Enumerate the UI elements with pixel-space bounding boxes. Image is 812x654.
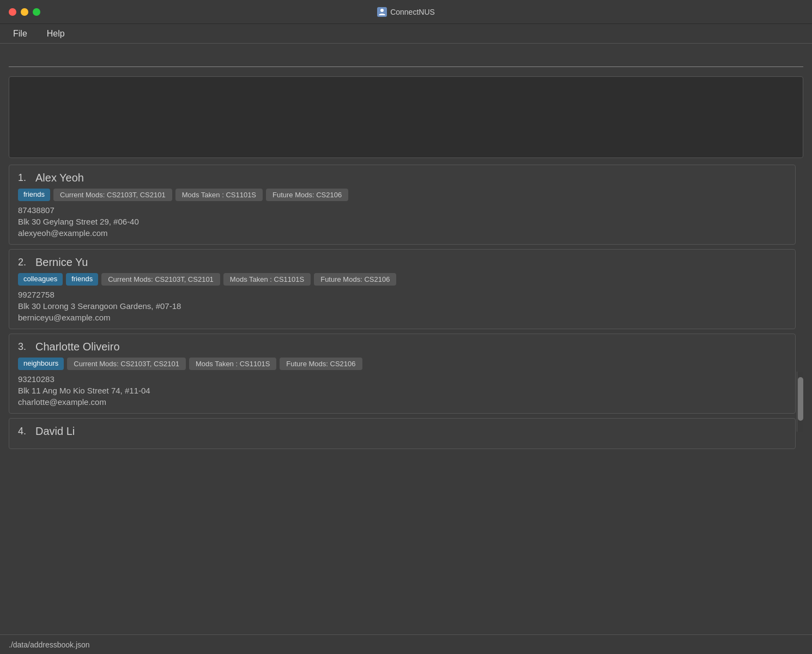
status-bar: ./data/addressbook.json bbox=[0, 634, 812, 654]
title-bar-title: ConnectNUS bbox=[377, 7, 435, 17]
tag-friends-1: friends bbox=[18, 189, 50, 201]
status-text: ./data/addressbook.json bbox=[9, 640, 90, 649]
contact-header-1: 1. Alex Yeoh bbox=[18, 172, 786, 184]
title-bar: ConnectNUS bbox=[0, 0, 812, 24]
contact-number-4: 4. bbox=[18, 426, 31, 437]
contact-address-3: Blk 11 Ang Mo Kio Street 74, #11-04 bbox=[18, 386, 786, 395]
contact-name-1: Alex Yeoh bbox=[35, 172, 84, 184]
contact-phone-2: 99272758 bbox=[18, 290, 786, 299]
minimize-button[interactable] bbox=[21, 8, 28, 16]
contact-name-3: Charlotte Oliveiro bbox=[35, 341, 120, 353]
menu-file[interactable]: File bbox=[9, 27, 32, 41]
contact-address-2: Blk 30 Lorong 3 Serangoon Gardens, #07-1… bbox=[18, 301, 786, 311]
module-current-1: Current Mods: CS2103T, CS2101 bbox=[53, 189, 172, 201]
app-icon bbox=[377, 7, 387, 17]
contact-header-4: 4. David Li bbox=[18, 425, 786, 438]
contact-number-3: 3. bbox=[18, 341, 31, 353]
module-current-2: Current Mods: CS2103T, CS2101 bbox=[101, 273, 220, 286]
module-taken-1: Mods Taken : CS1101S bbox=[175, 189, 263, 201]
contact-card-3: 3. Charlotte Oliveiro neighbours Current… bbox=[9, 334, 796, 414]
contact-header-2: 2. Bernice Yu bbox=[18, 256, 786, 269]
contact-name-4: David Li bbox=[35, 425, 75, 438]
tag-colleagues-2: colleagues bbox=[18, 273, 63, 286]
window-controls bbox=[9, 8, 40, 16]
tag-neighbours-3: neighbours bbox=[18, 358, 64, 370]
contact-email-2: berniceyu@example.com bbox=[18, 313, 786, 322]
contact-email-3: charlotte@example.com bbox=[18, 397, 786, 407]
app-title: ConnectNUS bbox=[390, 8, 435, 16]
scrollbar-track[interactable] bbox=[797, 372, 803, 432]
contact-email-1: alexyeoh@example.com bbox=[18, 228, 786, 238]
command-area bbox=[0, 44, 812, 76]
module-current-3: Current Mods: CS2103T, CS2101 bbox=[67, 358, 186, 370]
menu-help[interactable]: Help bbox=[43, 27, 69, 41]
contact-header-3: 3. Charlotte Oliveiro bbox=[18, 341, 786, 353]
contacts-scroll[interactable]: 1. Alex Yeoh friends Current Mods: CS210… bbox=[9, 165, 803, 453]
close-button[interactable] bbox=[9, 8, 16, 16]
tag-friends-2: friends bbox=[66, 273, 98, 286]
module-future-3: Future Mods: CS2106 bbox=[280, 358, 362, 370]
display-panel bbox=[9, 76, 803, 158]
tags-row-1: friends Current Mods: CS2103T, CS2101 Mo… bbox=[18, 189, 786, 201]
contact-card-1: 1. Alex Yeoh friends Current Mods: CS210… bbox=[9, 165, 796, 245]
contact-number-1: 1. bbox=[18, 172, 31, 184]
contact-phone-1: 87438807 bbox=[18, 205, 786, 215]
command-input[interactable] bbox=[9, 53, 803, 67]
scrollbar-thumb[interactable] bbox=[798, 377, 803, 421]
tags-row-2: colleagues friends Current Mods: CS2103T… bbox=[18, 273, 786, 286]
contact-card-2: 2. Bernice Yu colleagues friends Current… bbox=[9, 249, 796, 329]
module-future-2: Future Mods: CS2106 bbox=[314, 273, 396, 286]
contact-address-1: Blk 30 Geylang Street 29, #06-40 bbox=[18, 217, 786, 226]
contact-name-2: Bernice Yu bbox=[35, 256, 88, 269]
contact-card-4: 4. David Li bbox=[9, 418, 796, 449]
contact-phone-3: 93210283 bbox=[18, 374, 786, 384]
module-taken-2: Mods Taken : CS1101S bbox=[223, 273, 311, 286]
module-future-1: Future Mods: CS2106 bbox=[266, 189, 348, 201]
contacts-wrapper: 1. Alex Yeoh friends Current Mods: CS210… bbox=[9, 165, 803, 453]
main-content: 1. Alex Yeoh friends Current Mods: CS210… bbox=[0, 44, 812, 475]
menu-bar: File Help bbox=[0, 24, 812, 44]
svg-point-0 bbox=[380, 9, 384, 12]
module-taken-3: Mods Taken : CS1101S bbox=[189, 358, 276, 370]
tags-row-3: neighbours Current Mods: CS2103T, CS2101… bbox=[18, 358, 786, 370]
contact-number-2: 2. bbox=[18, 257, 31, 268]
maximize-button[interactable] bbox=[33, 8, 40, 16]
